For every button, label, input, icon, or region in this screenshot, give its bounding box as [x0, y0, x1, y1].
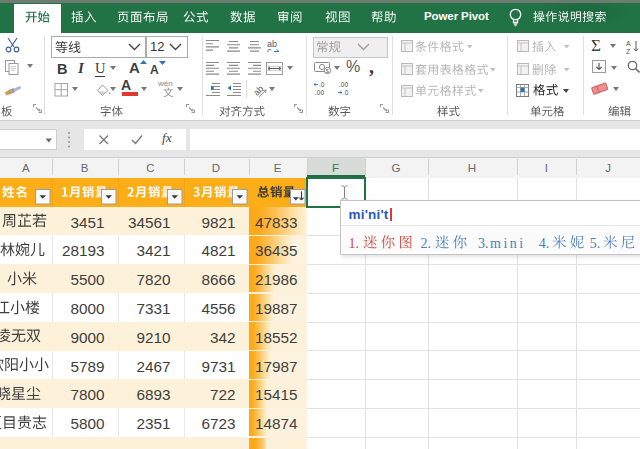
- svg-text:Z: Z: [626, 48, 631, 54]
- svg-text:.00: .00: [315, 89, 324, 96]
- svg-text:c: c: [267, 46, 272, 52]
- svg-text:.0: .0: [319, 81, 325, 88]
- svg-text:.00: .00: [339, 81, 348, 88]
- svg-text:$: $: [326, 68, 329, 74]
- svg-text:.0: .0: [343, 89, 349, 96]
- svg-text:A: A: [626, 40, 631, 47]
